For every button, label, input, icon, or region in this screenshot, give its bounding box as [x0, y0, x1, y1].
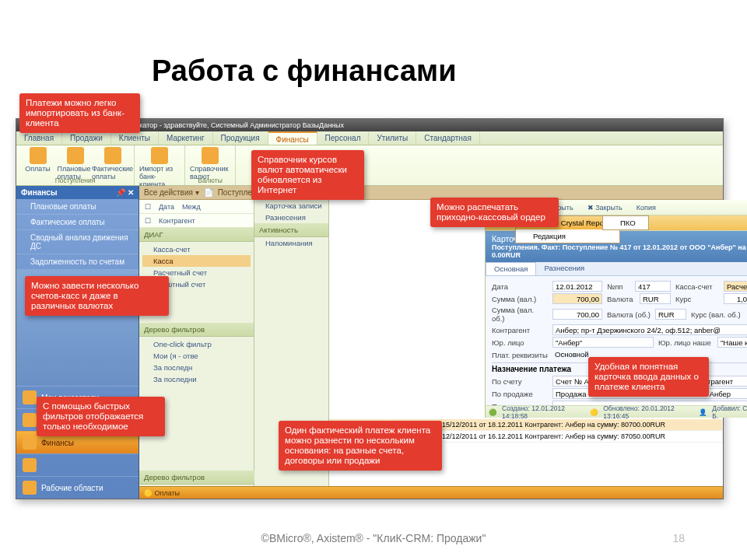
callout-card: Удобная и понятная карточка ввода данных… — [588, 357, 709, 397]
sidebar-item-svodnyj[interactable]: Сводный анализ движения ДС — [16, 230, 139, 254]
field-sumob[interactable]: 700,00 — [552, 309, 602, 320]
ribbon: Оплаты Плановые оплаты Фактические оплат… — [16, 145, 723, 186]
nav-card[interactable]: Карточка записи — [254, 200, 328, 212]
sidebar-item-zadolzh[interactable]: Задолженность по счетам — [16, 254, 139, 270]
field-num[interactable]: 417 — [635, 281, 671, 292]
card-footer: 🟢 Создано: 12.01.2012 14:18:58 🟡 Обновле… — [486, 405, 747, 418]
nav-workspaces[interactable]: Рабочие области — [16, 476, 139, 499]
field-yurn[interactable]: "Наше юр.лицо" — [717, 337, 747, 348]
rbn-import-bank[interactable]: Импорт из банк-клиента — [139, 147, 180, 188]
sidebar: Финансы📌 ✕ Плановые оплаты Фактические о… — [16, 186, 139, 499]
card-tab-main[interactable]: Основная — [486, 262, 536, 275]
callout-kassa: Можно завести несколько счетов-касс и да… — [25, 276, 169, 316]
field-date[interactable]: 12.01.2012 — [552, 281, 602, 292]
callout-filters: С помощью быстрых фильтров отображается … — [37, 397, 165, 436]
tab-standard[interactable]: Стандартная — [416, 131, 480, 145]
callout-pko: Можно распечатать приходно-кассовый орде… — [430, 198, 559, 227]
tab-sales[interactable]: Продажи — [62, 131, 111, 145]
plan-icon — [67, 147, 84, 164]
nav-unknown[interactable] — [16, 453, 139, 476]
reminders[interactable]: Напоминания — [254, 237, 328, 249]
callout-import: Платежи можно легко импортировать из бан… — [19, 93, 140, 133]
rbn-planovye[interactable]: Плановые оплаты — [58, 147, 93, 180]
filter-recent1[interactable]: За последн — [142, 362, 251, 373]
field-valuta[interactable]: RUR — [640, 293, 671, 304]
panel-diag: ДИАГ — [139, 228, 254, 242]
filter-kassa[interactable]: Касса — [142, 255, 251, 267]
field-yur[interactable]: "Анбер" — [552, 337, 654, 348]
page-number: 18 — [672, 532, 685, 544]
chart-icon — [23, 413, 37, 427]
tab-finance[interactable]: Финансы — [268, 131, 317, 145]
filterbar: ☐ДатаМежд — [139, 200, 254, 214]
field-kontragent[interactable]: Анбер; пр-т Дзержинского 24/2, оф.512; a… — [552, 324, 747, 335]
rbn-fakt[interactable]: Фактические оплаты — [95, 147, 131, 180]
slide-footer: ©BMicro®, Axistem® - "КлиК-CRM: Продажи" — [0, 532, 747, 544]
btn-copy[interactable]: Копия — [631, 202, 661, 213]
filter-mine[interactable]: Мои (я - отве — [142, 350, 251, 362]
rgroup-label-3: Валюты — [185, 177, 235, 184]
callout-raznesti: Один фактический платеж клиента можно ра… — [279, 421, 442, 471]
field-sum[interactable]: 700,00 — [552, 293, 602, 304]
rgroup-label-1: Поступления — [16, 177, 134, 184]
card-tabs: Основная Разнесения — [486, 262, 747, 276]
workspace-icon — [23, 481, 37, 495]
sidebar-header: Финансы📌 ✕ — [16, 186, 139, 199]
mixed-icon — [23, 458, 37, 472]
filter-kassa-schet[interactable]: Касса-счет — [142, 243, 251, 255]
filter-pane: ☐ДатаМежд ☐Контрагент ДИАГ Касса-счет Ка… — [139, 200, 254, 486]
slide-title: Работа с финансами — [152, 54, 457, 88]
tab-clients[interactable]: Клиенты — [111, 131, 159, 145]
card-tab-razn[interactable]: Разнесения — [536, 262, 592, 275]
nav-razneseniya[interactable]: Разнесения — [254, 212, 328, 223]
act-head: Активность — [254, 223, 328, 237]
tab-production[interactable]: Продукция — [213, 131, 268, 145]
tab-utilities[interactable]: Утилиты — [369, 131, 416, 145]
rbn-currency-ref[interactable]: Справочник валют — [190, 147, 230, 180]
import-icon — [151, 147, 168, 164]
gauge-icon — [23, 390, 37, 404]
panel-tree-footer: Дерево фильтров — [139, 471, 254, 485]
currency-icon — [202, 147, 219, 164]
tab-personnel[interactable]: Персонал — [317, 131, 370, 145]
sidebar-item-fakt[interactable]: Фактические оплаты — [16, 215, 139, 230]
filter-oneclick[interactable]: One-click фильтр — [142, 338, 251, 350]
status-bar: 🟡 Оплаты — [139, 486, 723, 499]
breadcrumb-actions[interactable]: Все действия ▾ — [144, 186, 199, 200]
field-kurs[interactable]: 1,0000 — [724, 293, 747, 304]
filter-recent2[interactable]: За последни — [142, 373, 251, 385]
sidebar-item-planovye[interactable]: Плановые оплаты — [16, 199, 139, 215]
rbn-oplaty[interactable]: Оплаты — [20, 147, 56, 180]
tab-marketing[interactable]: Маркетинг — [159, 131, 213, 145]
btn-close[interactable]: ✖ Закрыть — [582, 202, 628, 213]
fact-icon — [104, 147, 121, 164]
menu-redaction[interactable]: Редакция — [516, 229, 619, 243]
panel-tree: Дерево фильтров — [139, 323, 254, 337]
coins-icon — [30, 147, 47, 164]
ribbon-tabs: Главная Продажи Клиенты Маркетинг Продук… — [16, 131, 723, 145]
tab-home[interactable]: Главная — [16, 131, 62, 145]
field-valob[interactable]: RUR — [655, 309, 686, 320]
submenu-pko[interactable]: ПКО — [603, 216, 648, 229]
money-icon — [23, 436, 37, 450]
field-kassa[interactable]: Расчетный счет — [724, 281, 747, 292]
reports-submenu[interactable]: ПКО — [602, 215, 649, 230]
document-icon: 📄 — [204, 186, 213, 200]
callout-currency: Справочник курсов валют автоматически об… — [251, 150, 364, 200]
